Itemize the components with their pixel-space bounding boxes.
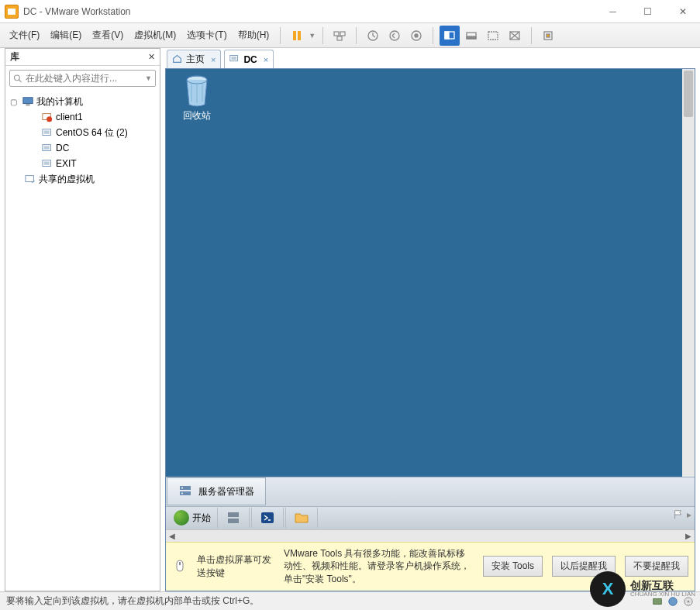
start-label: 开始 — [192, 512, 211, 525]
tree-label: 我的计算机 — [36, 95, 83, 109]
powershell-icon — [260, 510, 275, 526]
tab-home[interactable]: 主页 × — [167, 50, 221, 68]
tree-label: client1 — [56, 112, 83, 122]
snapshot-button[interactable] — [363, 26, 383, 46]
library-tree: ▢ 我的计算机 client1 CentOS 64 位 (2) DC EXIT … — [5, 91, 160, 591]
recycle-bin-label: 回收站 — [174, 109, 220, 122]
horizontal-scrollbar[interactable]: ◀ ▶ — [166, 529, 695, 542]
library-search-input[interactable] — [26, 73, 142, 84]
menu-edit[interactable]: 编辑(E) — [46, 26, 86, 45]
watermark-text-2: CHUANG XIN HU LIAN — [630, 591, 695, 598]
menu-tabs[interactable]: 选项卡(T) — [182, 26, 231, 45]
library-panel: 库 ✕ ▼ ▢ 我的计算机 client1 CentOS 64 位 (2) DC… — [5, 48, 160, 591]
svg-rect-19 — [26, 105, 29, 106]
tree-vm-centos[interactable]: CentOS 64 位 (2) — [7, 125, 158, 140]
server-manager-icon — [178, 484, 192, 498]
stretch-button[interactable] — [483, 26, 503, 46]
minimize-button[interactable]: ─ — [595, 0, 630, 23]
mouse-hint-icon — [172, 559, 188, 574]
search-dropdown-icon[interactable]: ▼ — [145, 74, 152, 82]
svg-point-17 — [15, 74, 20, 80]
tab-label: DC — [243, 54, 257, 65]
tree-my-computer[interactable]: ▢ 我的计算机 — [7, 94, 158, 109]
start-button[interactable]: 开始 — [169, 508, 216, 528]
svg-rect-37 — [228, 512, 239, 517]
tab-close-icon[interactable]: × — [264, 55, 268, 64]
pause-vm-button[interactable] — [287, 26, 307, 46]
tree-vm-exit[interactable]: EXIT — [7, 156, 158, 171]
tray-arrow-icon[interactable]: ▸ — [687, 509, 691, 520]
vm-icon — [41, 127, 53, 138]
search-icon — [13, 74, 22, 84]
menu-help[interactable]: 帮助(H) — [233, 26, 274, 45]
snapshot-manager-button[interactable] — [406, 26, 426, 46]
vm-icon — [229, 53, 240, 66]
view-thumbnail-button[interactable] — [461, 26, 481, 46]
view-console-button[interactable] — [440, 26, 460, 46]
svg-point-35 — [181, 488, 183, 489]
svg-rect-25 — [44, 146, 50, 149]
tab-label: 主页 — [186, 53, 205, 66]
home-icon — [172, 53, 182, 66]
folder-icon — [294, 510, 309, 526]
install-tools-button[interactable]: 安装 Tools — [483, 556, 543, 577]
taskbar-button-label: 服务器管理器 — [198, 485, 254, 498]
tree-vm-dc[interactable]: DC — [7, 140, 158, 156]
svg-rect-2 — [334, 32, 339, 36]
tray-flag-icon[interactable] — [673, 509, 684, 520]
tree-vm-client1[interactable]: client1 — [7, 109, 158, 125]
power-dropdown[interactable]: ▼ — [309, 32, 316, 40]
unity-button[interactable] — [538, 26, 558, 46]
watermark: X 创新互联 CHUANG XIN HU LIAN — [590, 571, 695, 607]
svg-rect-18 — [23, 98, 33, 104]
svg-rect-12 — [467, 36, 476, 39]
pinned-powershell[interactable] — [251, 508, 284, 528]
close-button[interactable]: ✕ — [665, 0, 700, 23]
menu-file[interactable]: 文件(F) — [5, 26, 44, 45]
library-title: 库 — [10, 50, 148, 64]
svg-point-21 — [47, 116, 52, 122]
guest-taskbar: 开始 ▸ — [166, 506, 695, 529]
library-search[interactable]: ▼ — [9, 70, 156, 87]
menu-view[interactable]: 查看(V) — [88, 26, 128, 45]
tree-shared-vms[interactable]: 共享的虚拟机 — [7, 171, 158, 187]
svg-rect-1 — [298, 31, 301, 40]
scroll-left-icon[interactable]: ◀ — [166, 530, 178, 543]
maximize-button[interactable]: ☐ — [630, 0, 665, 23]
pinned-server-manager[interactable] — [217, 508, 250, 528]
svg-rect-41 — [179, 562, 181, 565]
expand-icon[interactable]: ▢ — [10, 98, 19, 106]
app-icon — [5, 5, 19, 19]
menubar: 文件(F) 编辑(E) 查看(V) 虚拟机(M) 选项卡(T) 帮助(H) ▼ — [0, 23, 700, 48]
tab-close-icon[interactable]: × — [211, 55, 216, 64]
computer-icon — [22, 96, 34, 107]
svg-rect-10 — [445, 32, 449, 39]
library-close-button[interactable]: ✕ — [148, 52, 155, 62]
vertical-scrollbar[interactable] — [682, 69, 695, 477]
fullscreen-button[interactable] — [505, 26, 525, 46]
svg-rect-28 — [26, 176, 34, 182]
tree-label: CentOS 64 位 (2) — [56, 126, 128, 140]
hint-tools-text: VMware Tools 具有很多功能，能改善鼠标移动性、视频和性能。请登录客户… — [284, 547, 474, 586]
svg-rect-16 — [547, 34, 550, 37]
menu-vm[interactable]: 虚拟机(M) — [129, 26, 181, 45]
svg-rect-23 — [44, 130, 50, 133]
tree-label: DC — [56, 143, 69, 153]
pinned-explorer[interactable] — [285, 508, 318, 528]
svg-rect-13 — [488, 32, 498, 40]
scroll-right-icon[interactable]: ▶ — [682, 530, 695, 543]
revert-snapshot-button[interactable] — [384, 26, 405, 46]
recycle-bin-icon — [182, 74, 212, 108]
guest-desktop[interactable]: 回收站 — [166, 69, 695, 477]
vm-console[interactable]: 回收站 服务器管理器 开始 — [165, 68, 695, 591]
server-manager-taskbar-button[interactable]: 服务器管理器 — [167, 477, 266, 505]
svg-point-36 — [181, 493, 183, 495]
svg-rect-38 — [228, 519, 239, 523]
tab-dc[interactable]: DC × — [224, 50, 274, 68]
guest-window-taskbar: 服务器管理器 — [166, 477, 695, 506]
tabstrip: 主页 × DC × — [165, 48, 695, 68]
recycle-bin[interactable]: 回收站 — [174, 74, 220, 122]
send-ctrl-alt-del-button[interactable] — [329, 26, 350, 46]
svg-rect-4 — [337, 36, 342, 40]
svg-rect-30 — [232, 57, 237, 60]
